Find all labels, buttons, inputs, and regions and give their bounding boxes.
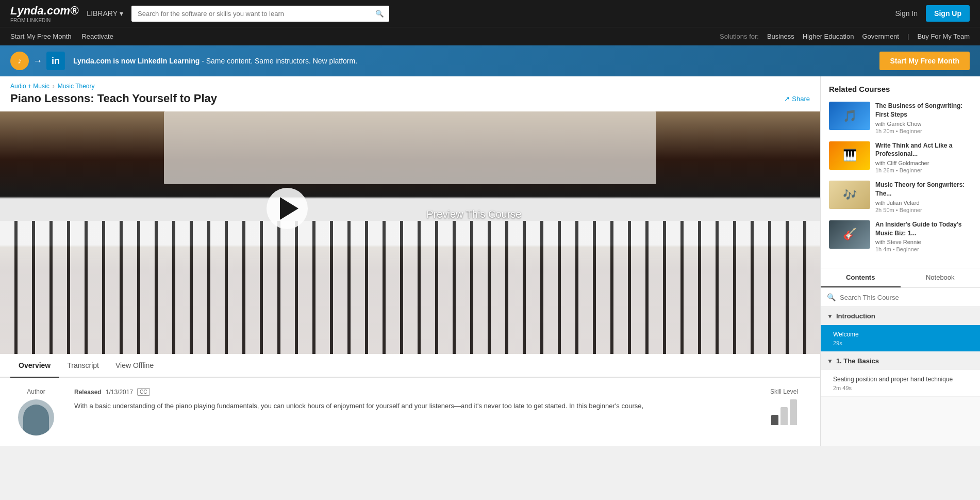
search-bar: 🔍 <box>131 6 389 22</box>
share-icon: ↗ <box>784 95 790 103</box>
related-course-meta-2: 1h 26m • Beginner <box>875 167 972 173</box>
related-course-thumb-4: 🎸 <box>829 220 870 249</box>
skill-bars <box>758 399 810 425</box>
search-input[interactable] <box>131 6 370 22</box>
related-course-thumb-1: 🎵 <box>829 102 870 130</box>
linkedin-learning-banner: ♪ → in Lynda.com is now LinkedIn Learnin… <box>0 45 980 76</box>
share-button[interactable]: ↗ Share <box>784 95 810 103</box>
course-tabs: Overview Transcript View Offline <box>0 354 820 378</box>
higher-education-link[interactable]: Higher Education <box>803 33 854 40</box>
related-course-info-1: The Business of Songwriting: First Steps… <box>875 102 972 134</box>
related-course-info-4: An Insider's Guide to Today's Music Biz:… <box>875 220 972 253</box>
overview-section: Author Released 1/13/2017 CC With a basi… <box>0 378 820 446</box>
banner-text-rest: - Same content. Same instructors. New pl… <box>202 57 357 65</box>
lesson-duration-welcome: 29s <box>833 340 974 346</box>
chevron-down-icon: ▾ <box>120 9 123 18</box>
start-free-month-link[interactable]: Start My Free Month <box>10 33 71 40</box>
related-course-item-2[interactable]: 🎹 Write Think and Act Like a Professiona… <box>829 141 972 174</box>
divider: | <box>907 33 909 40</box>
breadcrumb-audio-music[interactable]: Audio + Music <box>10 83 49 90</box>
description-text: With a basic understanding of the piano … <box>74 401 746 412</box>
released-row: Released 1/13/2017 CC <box>74 388 746 396</box>
related-course-meta-1: 1h 20m • Beginner <box>875 128 972 134</box>
lesson-title-seating: Seating position and proper hand techniq… <box>833 375 974 384</box>
play-button[interactable] <box>267 188 308 229</box>
related-course-title-3: Music Theory for Songwriters: The... <box>875 181 972 198</box>
course-thumb-icon-4: 🎸 <box>843 228 857 241</box>
tab-notebook[interactable]: Notebook <box>901 268 981 287</box>
lesson-item-seating[interactable]: Seating position and proper hand techniq… <box>821 370 980 397</box>
course-search-icon: 🔍 <box>827 293 836 301</box>
released-label: Released <box>74 389 102 396</box>
description-column: Released 1/13/2017 CC With a basic under… <box>74 388 746 436</box>
sign-up-button[interactable]: Sign Up <box>926 5 970 22</box>
related-course-thumb-2: 🎹 <box>829 141 870 170</box>
course-title: Piano Lessons: Teach Yourself to Play <box>10 92 217 105</box>
tab-overview[interactable]: Overview <box>10 354 59 378</box>
sheet-music-decoration <box>164 111 656 184</box>
library-menu-button[interactable]: LIBRARY ▾ <box>87 9 123 18</box>
course-search-input[interactable] <box>840 294 974 301</box>
logo-text: Lynda.com® <box>10 4 78 18</box>
course-search: 🔍 <box>821 288 980 307</box>
breadcrumb: Audio + Music › Music Theory <box>0 76 820 92</box>
related-course-author-1: with Garrick Chow <box>875 121 972 127</box>
course-thumb-icon-1: 🎵 <box>843 109 857 123</box>
logo-sub: FROM LINKEDIN <box>10 18 78 23</box>
related-courses-section: Related Courses 🎵 The Business of Songwr… <box>821 76 980 268</box>
search-button[interactable]: 🔍 <box>370 6 389 22</box>
skill-bar-3 <box>790 399 797 425</box>
skill-level-column: Skill Level <box>758 388 810 436</box>
arrow-icon: → <box>33 56 42 67</box>
lesson-duration-seating: 2m 49s <box>833 385 974 391</box>
related-course-item-3[interactable]: 🎶 Music Theory for Songwriters: The... w… <box>829 181 972 213</box>
related-course-title-2: Write Think and Act Like a Professional.… <box>875 141 972 159</box>
section-header-basics[interactable]: ▼ 1. The Basics <box>821 352 980 370</box>
lesson-title-welcome: Welcome <box>833 330 974 339</box>
linkedin-icon: in <box>46 52 65 70</box>
lesson-item-welcome[interactable]: Welcome 29s <box>821 325 980 352</box>
tab-contents[interactable]: Contents <box>821 268 901 287</box>
solutions-for-label: Solutions for: <box>720 33 759 40</box>
lesson-info-welcome: Welcome 29s <box>833 330 974 346</box>
tab-view-offline[interactable]: View Offline <box>107 354 162 378</box>
lesson-info-seating: Seating position and proper hand techniq… <box>833 375 974 391</box>
related-courses-title: Related Courses <box>829 85 972 93</box>
related-course-title-4: An Insider's Guide to Today's Music Biz:… <box>875 220 972 238</box>
author-label: Author <box>10 388 62 395</box>
released-date: 1/13/2017 <box>106 389 133 396</box>
banner-icons: ♪ → in <box>10 52 65 70</box>
section-header-introduction[interactable]: ▼ Introduction <box>821 307 980 325</box>
banner-message: Lynda.com is now LinkedIn Learning - Sam… <box>73 57 357 65</box>
sign-in-button[interactable]: Sign In <box>895 9 918 18</box>
government-link[interactable]: Government <box>862 33 899 40</box>
section-title-introduction: Introduction <box>836 312 875 320</box>
related-course-meta-3: 2h 50m • Beginner <box>875 207 972 213</box>
secondary-nav: Start My Free Month Reactivate Solutions… <box>0 27 980 45</box>
related-course-info-2: Write Think and Act Like a Professional.… <box>875 141 972 174</box>
section-arrow-basics: ▼ <box>827 358 833 365</box>
section-title-basics: 1. The Basics <box>836 357 879 365</box>
author-silhouette <box>23 405 49 436</box>
logo[interactable]: Lynda.com® FROM LINKEDIN <box>10 4 78 23</box>
reactivate-link[interactable]: Reactivate <box>81 33 113 40</box>
related-course-title-1: The Business of Songwriting: First Steps <box>875 102 972 119</box>
related-course-author-3: with Julian Velard <box>875 200 972 206</box>
search-icon: 🔍 <box>375 10 384 18</box>
buy-for-team-link[interactable]: Buy For My Team <box>917 33 970 40</box>
play-icon <box>280 197 298 220</box>
main-wrapper: Audio + Music › Music Theory Piano Lesso… <box>0 76 980 446</box>
related-course-item-4[interactable]: 🎸 An Insider's Guide to Today's Music Bi… <box>829 220 972 253</box>
banner-cta-button[interactable]: Start My Free Month <box>879 52 970 70</box>
section-arrow-introduction: ▼ <box>827 313 833 320</box>
lynda-icon: ♪ <box>10 52 29 70</box>
contents-list: ▼ Introduction Welcome 29s ▼ 1. The Basi… <box>821 307 980 397</box>
video-container: Preview This Course <box>0 111 820 354</box>
banner-text-bold: Lynda.com is now LinkedIn Learning <box>73 57 200 65</box>
tab-transcript[interactable]: Transcript <box>59 354 107 378</box>
skill-bar-2 <box>780 407 788 425</box>
video-background: Preview This Course <box>0 111 820 354</box>
business-link[interactable]: Business <box>767 33 794 40</box>
related-course-item[interactable]: 🎵 The Business of Songwriting: First Ste… <box>829 102 972 134</box>
breadcrumb-music-theory[interactable]: Music Theory <box>58 83 95 90</box>
